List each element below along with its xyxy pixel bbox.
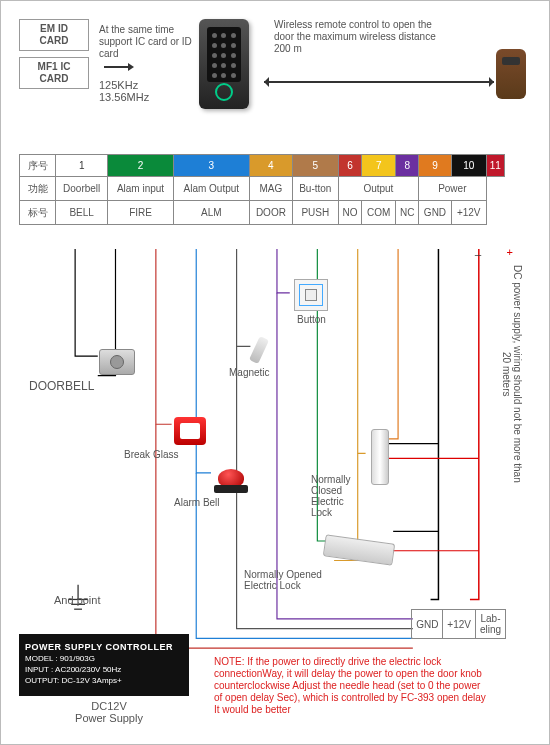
frequency-labels: 125KHz 13.56MHz bbox=[99, 79, 149, 103]
dc-wiring-note: DC power supply, wiring should not be mo… bbox=[511, 264, 523, 484]
term-7: 7 bbox=[362, 155, 396, 177]
exit-button-label: Button bbox=[297, 314, 326, 325]
lbl-12v: +12V bbox=[451, 201, 486, 225]
remote-control-icon bbox=[496, 49, 526, 99]
top-section: EM ID CARD MF1 IC CARD At the same time … bbox=[19, 19, 531, 139]
psu-title: POWER SUPPLY CONTROLLER bbox=[25, 642, 183, 652]
row-label: 标号 BELL FIRE ALM DOOR PUSH NO COM NC GND… bbox=[20, 201, 505, 225]
nc-lock-label: Normally Closed Electric Lock bbox=[311, 474, 350, 518]
break-glass-label: Break Glass bbox=[124, 449, 178, 460]
keypad-device-icon bbox=[199, 19, 249, 109]
mf-card-badge: MF1 IC CARD bbox=[19, 57, 89, 89]
func-alarm-out: Alam Output bbox=[173, 177, 249, 201]
no-lock-label: Normally Opened Electric Lock bbox=[244, 569, 322, 591]
plus-sign: + bbox=[507, 246, 513, 258]
magnetic-icon bbox=[249, 336, 269, 364]
nc-lock-icon bbox=[371, 429, 389, 485]
lbl-fire: FIRE bbox=[108, 201, 173, 225]
term-11: 11 bbox=[486, 155, 504, 177]
term-9: 9 bbox=[419, 155, 452, 177]
wireless-range-arrow-icon bbox=[264, 81, 494, 83]
psu-output: OUTPUT: DC-12V 3Amps+ bbox=[25, 676, 183, 685]
func-mag: MAG bbox=[249, 177, 292, 201]
arrow-right-icon bbox=[104, 63, 134, 71]
card-badges: EM ID CARD MF1 IC CARD bbox=[19, 19, 89, 95]
svg-marker-1 bbox=[128, 63, 134, 71]
row-label-num: 序号 bbox=[20, 155, 56, 177]
no-lock-icon bbox=[323, 534, 395, 566]
lbl-bell: BELL bbox=[56, 201, 108, 225]
magnetic-label: Magnetic bbox=[229, 367, 270, 378]
lbl-push: PUSH bbox=[292, 201, 338, 225]
break-glass-icon bbox=[174, 417, 206, 445]
lab-gnd: GND bbox=[412, 610, 443, 639]
row-number: 序号 1 2 3 4 5 6 7 8 9 10 11 bbox=[20, 155, 505, 177]
lbl-no: NO bbox=[338, 201, 361, 225]
lbl-nc: NC bbox=[396, 201, 419, 225]
lbl-gnd: GND bbox=[419, 201, 452, 225]
func-button: Bu-tton bbox=[292, 177, 338, 201]
term-3: 3 bbox=[173, 155, 249, 177]
minus-sign: _ bbox=[475, 244, 481, 256]
psu-input: INPUT : AC200/230V 50Hz bbox=[25, 665, 183, 674]
row-label-lbl: 标号 bbox=[20, 201, 56, 225]
term-5: 5 bbox=[292, 155, 338, 177]
card-support-desc: At the same time support IC card or ID c… bbox=[99, 24, 194, 60]
wiring-diagram: DOORBELL Break Glass Alarm Bell Magnetic… bbox=[19, 249, 531, 726]
alarm-bell-label: Alarm Bell bbox=[174, 497, 220, 508]
ground-point-label: And point bbox=[54, 594, 100, 606]
psu-label: DC12V Power Supply bbox=[59, 700, 159, 724]
row-function: 功能 Doorbell Alam input Alam Output MAG B… bbox=[20, 177, 505, 201]
terminal-table: 序号 1 2 3 4 5 6 7 8 9 10 11 功能 Doorbell A… bbox=[19, 154, 505, 225]
term-8: 8 bbox=[396, 155, 419, 177]
lbl-door: DOOR bbox=[249, 201, 292, 225]
func-alarm-in: Alam input bbox=[108, 177, 173, 201]
term-10: 10 bbox=[451, 155, 486, 177]
term-1: 1 bbox=[56, 155, 108, 177]
labeling-table: GND +12V Lab-eling bbox=[411, 609, 506, 639]
func-doorbell: Doorbell bbox=[56, 177, 108, 201]
note-text: NOTE: If the power to directly drive the… bbox=[214, 656, 489, 716]
doorbell-label: DOORBELL bbox=[29, 379, 94, 393]
func-output: Output bbox=[338, 177, 418, 201]
power-supply-box: POWER SUPPLY CONTROLLER MODEL : 901/903G… bbox=[19, 634, 189, 696]
lab-12v: +12V bbox=[443, 610, 476, 639]
wireless-desc: Wireless remote control to open the door… bbox=[274, 19, 444, 55]
lab-labeling: Lab-eling bbox=[476, 610, 506, 639]
psu-model: MODEL : 901/903G bbox=[25, 654, 183, 663]
alarm-bell-icon bbox=[214, 469, 248, 493]
lbl-com: COM bbox=[362, 201, 396, 225]
lbl-alm: ALM bbox=[173, 201, 249, 225]
term-2: 2 bbox=[108, 155, 173, 177]
term-4: 4 bbox=[249, 155, 292, 177]
term-6: 6 bbox=[338, 155, 361, 177]
exit-button-icon bbox=[294, 279, 328, 311]
freq-125: 125KHz bbox=[99, 79, 149, 91]
row-label-func: 功能 bbox=[20, 177, 56, 201]
doorbell-icon bbox=[99, 349, 135, 375]
freq-1356: 13.56MHz bbox=[99, 91, 149, 103]
func-power: Power bbox=[419, 177, 486, 201]
em-card-badge: EM ID CARD bbox=[19, 19, 89, 51]
